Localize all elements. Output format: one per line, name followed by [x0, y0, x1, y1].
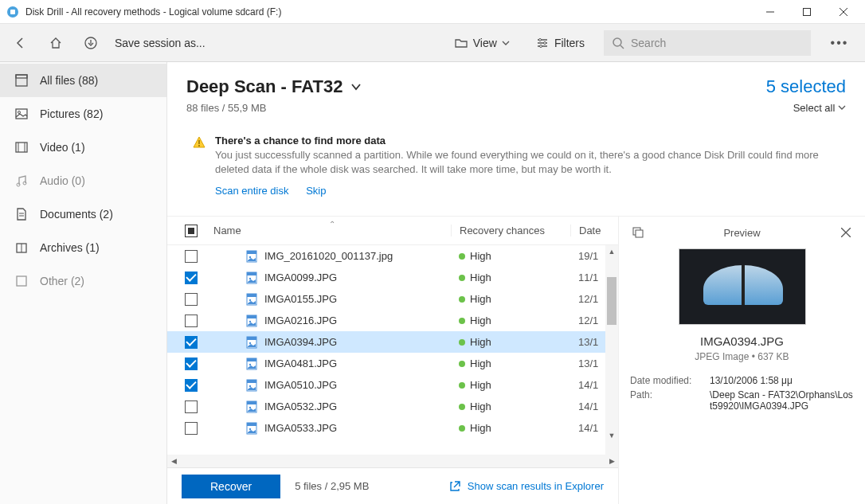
- home-button[interactable]: [45, 32, 67, 54]
- path-value: \Deep Scan - FAT32\Orphans\Lost59920\IMG…: [710, 389, 854, 412]
- vertical-scrollbar[interactable]: ▲ ▼: [605, 245, 618, 455]
- scan-title: Deep Scan - FAT32: [186, 76, 342, 97]
- row-checkbox[interactable]: [185, 250, 198, 263]
- table-row[interactable]: IMGA0533.JPGHigh14/1: [167, 417, 618, 439]
- more-button[interactable]: •••: [824, 36, 855, 50]
- recovery-dot-icon: [459, 253, 465, 260]
- svg-rect-14: [16, 109, 27, 119]
- svg-point-15: [18, 111, 21, 114]
- search-input[interactable]: Search: [604, 30, 811, 56]
- sidebar-item-all-files[interactable]: All files (88): [0, 64, 166, 97]
- minimize-button[interactable]: [752, 0, 789, 24]
- footer: Recover 5 files / 2,95 MB Show scan resu…: [167, 467, 618, 504]
- scroll-right-icon[interactable]: ▶: [605, 455, 618, 467]
- show-in-explorer-link[interactable]: Show scan results in Explorer: [448, 480, 604, 493]
- row-checkbox[interactable]: [185, 379, 198, 392]
- svg-rect-41: [247, 337, 256, 340]
- row-checkbox[interactable]: [185, 357, 198, 370]
- svg-rect-47: [247, 380, 256, 383]
- date-modified-value: 13/10/2006 1:58 μμ: [710, 375, 854, 386]
- scroll-left-icon[interactable]: ◀: [167, 455, 180, 467]
- select-all-checkbox[interactable]: [185, 225, 198, 237]
- file-name: IMG_20161020_001137.jpg: [264, 250, 393, 262]
- svg-point-33: [249, 278, 251, 279]
- svg-rect-29: [247, 251, 256, 254]
- sidebar-item-label: Archives (1): [40, 241, 100, 254]
- skip-link[interactable]: Skip: [306, 185, 326, 197]
- sidebar-item-documents[interactable]: Documents (2): [0, 197, 166, 231]
- title-bar: Disk Drill - All recovery methods - Logi…: [0, 0, 865, 24]
- filters-icon: [535, 36, 550, 50]
- chevron-down-icon: [350, 81, 362, 92]
- table-row[interactable]: IMGA0532.JPGHigh14/1: [167, 396, 618, 417]
- column-date[interactable]: Date: [570, 225, 618, 236]
- scan-subtitle: 88 files / 55,9 MB: [186, 97, 766, 114]
- row-checkbox[interactable]: [185, 315, 198, 327]
- sidebar-item-pictures[interactable]: Pictures (82): [0, 97, 166, 131]
- svg-rect-12: [16, 75, 27, 86]
- sidebar-item-video[interactable]: Video (1): [0, 131, 166, 164]
- chevron-down-icon: [502, 39, 510, 47]
- file-name: IMGA0481.JPG: [264, 357, 337, 369]
- file-icon: [245, 400, 258, 413]
- sidebar-item-label: Video (1): [40, 141, 85, 154]
- filters-button[interactable]: Filters: [529, 36, 591, 50]
- scrollbar-thumb[interactable]: [607, 277, 616, 325]
- scan-title-dropdown[interactable]: Deep Scan - FAT32: [186, 76, 766, 97]
- table-row[interactable]: IMG_20161020_001137.jpgHigh19/1: [167, 245, 618, 267]
- save-session-icon[interactable]: [80, 32, 102, 54]
- scroll-down-icon[interactable]: ▼: [605, 429, 618, 442]
- svg-rect-53: [247, 423, 256, 426]
- file-icon: [245, 250, 258, 263]
- recovery-chance: High: [470, 336, 491, 348]
- warning-icon: [193, 136, 205, 149]
- preview-thumbnail: [679, 248, 806, 325]
- row-checkbox[interactable]: [185, 400, 198, 413]
- sidebar: All files (88) Pictures (82) Video (1) A…: [0, 62, 167, 504]
- scan-entire-disk-link[interactable]: Scan entire disk: [215, 185, 289, 197]
- column-recovery[interactable]: Recovery chances: [451, 225, 570, 236]
- table-row[interactable]: IMGA0099.JPGHigh11/1: [167, 267, 618, 288]
- table-row[interactable]: IMGA0481.JPGHigh13/1: [167, 353, 618, 374]
- close-preview-button[interactable]: [838, 225, 854, 240]
- horizontal-scrollbar[interactable]: ◀ ▶: [167, 455, 618, 467]
- sort-indicator-icon: ⌃: [329, 220, 335, 229]
- recover-button[interactable]: Recover: [182, 475, 280, 498]
- svg-rect-50: [247, 401, 256, 404]
- close-button[interactable]: [825, 0, 862, 24]
- table-row[interactable]: IMGA0216.JPGHigh12/1: [167, 310, 618, 331]
- sidebar-item-other[interactable]: Other (2): [0, 264, 166, 298]
- expand-preview-button[interactable]: [630, 225, 646, 240]
- row-checkbox[interactable]: [185, 272, 198, 284]
- svg-point-10: [613, 38, 621, 46]
- view-dropdown[interactable]: View: [448, 36, 516, 50]
- svg-point-51: [249, 407, 251, 408]
- all-files-icon: [14, 73, 29, 88]
- preview-panel: Preview IMGA0394.JPG JPEG Image • 637 KB…: [618, 217, 865, 504]
- save-session-label[interactable]: Save session as...: [115, 37, 205, 49]
- scroll-up-icon[interactable]: ▲: [605, 245, 618, 258]
- column-name[interactable]: ⌃Name: [207, 225, 451, 236]
- sidebar-item-audio[interactable]: Audio (0): [0, 164, 166, 197]
- table-row[interactable]: IMGA0510.JPGHigh14/1: [167, 374, 618, 396]
- selected-count: 5 selected: [766, 76, 846, 97]
- table-row[interactable]: IMGA0394.JPGHigh13/1: [167, 331, 618, 353]
- sidebar-item-archives[interactable]: Archives (1): [0, 231, 166, 264]
- search-placeholder: Search: [631, 37, 666, 49]
- recovery-chance: High: [470, 400, 491, 412]
- select-all-dropdown[interactable]: Select all: [766, 97, 846, 114]
- svg-point-39: [249, 321, 251, 322]
- recovery-dot-icon: [459, 404, 465, 410]
- back-button[interactable]: [10, 32, 32, 54]
- row-checkbox[interactable]: [185, 293, 198, 306]
- row-checkbox[interactable]: [185, 422, 198, 435]
- table-row[interactable]: IMGA0155.JPGHigh12/1: [167, 288, 618, 310]
- maximize-button[interactable]: [789, 0, 825, 24]
- filters-label: Filters: [554, 37, 585, 49]
- file-icon: [245, 336, 258, 349]
- footer-meta: 5 files / 2,95 MB: [295, 480, 369, 492]
- row-checkbox[interactable]: [185, 336, 198, 349]
- table-rows: IMG_20161020_001137.jpgHigh19/1IMGA0099.…: [167, 245, 618, 455]
- audio-icon: [14, 174, 29, 188]
- svg-rect-1: [10, 10, 15, 14]
